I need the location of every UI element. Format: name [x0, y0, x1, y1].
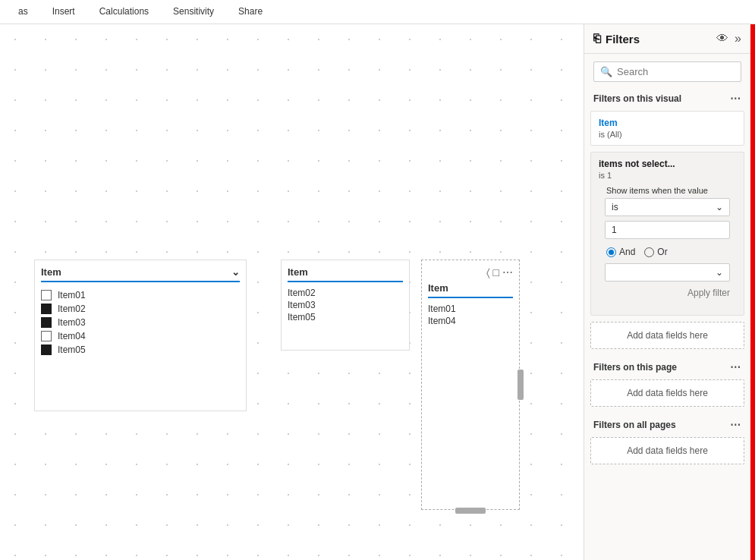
- add-fields-all-button[interactable]: Add data fields here: [590, 437, 744, 464]
- add-fields-visual-button[interactable]: Add data fields here: [590, 322, 744, 349]
- list-item[interactable]: Item05: [41, 343, 240, 357]
- filter-card-active[interactable]: items not select... is 1 Show items when…: [590, 152, 744, 316]
- radio-or-circle[interactable]: [644, 247, 654, 257]
- section-all-label: Filters on all pages ⋯: [584, 413, 750, 434]
- table-header: Item: [288, 266, 403, 282]
- radio-and-circle[interactable]: [606, 247, 616, 257]
- filters-header-icons: 👁 »: [716, 32, 741, 46]
- item03-checkbox[interactable]: [41, 317, 52, 328]
- resize-handle-bottom[interactable]: [455, 508, 486, 514]
- radio-group: And Or: [599, 244, 736, 263]
- list-item: Item01: [428, 303, 513, 315]
- focus-icon[interactable]: □: [493, 266, 499, 279]
- list-item: Item05: [288, 311, 403, 323]
- list-item: Item04: [428, 315, 513, 327]
- more-icon[interactable]: ⋯: [502, 266, 513, 279]
- section-page-label: Filters on this page ⋯: [584, 355, 750, 376]
- menu-bar: as Insert Calculations Sensitivity Share: [0, 0, 755, 24]
- section-all-menu[interactable]: ⋯: [730, 419, 741, 431]
- show-items-label: Show items when the value: [599, 180, 736, 198]
- radio-dot: [609, 250, 614, 255]
- expand-icon[interactable]: »: [735, 32, 741, 46]
- chevron-down-icon: ⌄: [716, 267, 723, 278]
- menu-item-calculations[interactable]: Calculations: [87, 0, 161, 24]
- menu-item-as[interactable]: as: [6, 0, 40, 24]
- filter-is-dropdown[interactable]: is ⌄: [605, 198, 730, 216]
- second-condition-dropdown[interactable]: ⌄: [605, 263, 730, 282]
- visual-toolbar: 〈 □ ⋯: [428, 266, 513, 279]
- search-icon: 🔍: [600, 66, 612, 77]
- filter-icon: ⎗: [593, 32, 601, 46]
- item01-checkbox[interactable]: [41, 290, 52, 300]
- section-visual-menu[interactable]: ⋯: [730, 93, 741, 105]
- table-visual-middle: Item Item02 Item03 Item05: [281, 260, 410, 351]
- list-item[interactable]: Item04: [41, 329, 240, 343]
- right-edge-strip: [750, 24, 755, 560]
- list-item[interactable]: Item02: [41, 302, 240, 316]
- search-input[interactable]: [617, 66, 735, 77]
- item05-checkbox[interactable]: [41, 344, 52, 355]
- search-box: 🔍: [593, 61, 741, 82]
- main-area: Item ⌄ Item01 Item02 Item03 Item04 It: [0, 24, 755, 560]
- item02-checkbox[interactable]: [41, 304, 52, 314]
- filter-value-field[interactable]: 1: [605, 221, 730, 239]
- menu-item-insert[interactable]: Insert: [40, 0, 87, 24]
- apply-filter-button[interactable]: Apply filter: [605, 285, 730, 301]
- slicer-left-header: Item ⌄: [41, 266, 240, 282]
- filter-icon[interactable]: 〈: [486, 266, 490, 279]
- visibility-icon[interactable]: 👁: [716, 32, 728, 46]
- filters-title: ⎗ Filters: [593, 32, 640, 46]
- list-item: Item03: [288, 299, 403, 311]
- filters-panel: ⎗ Filters 👁 » 🔍 Filters on this visual ⋯…: [584, 24, 750, 560]
- canvas-area: Item ⌄ Item01 Item02 Item03 Item04 It: [0, 24, 584, 560]
- slicer-visual-right: 〈 □ ⋯ Item Item01 Item04: [421, 260, 520, 510]
- chevron-down-icon: ⌄: [716, 202, 723, 212]
- radio-and[interactable]: And: [606, 247, 635, 257]
- menu-item-share[interactable]: Share: [226, 0, 275, 24]
- radio-or[interactable]: Or: [644, 247, 667, 257]
- slicer-chevron-icon[interactable]: ⌄: [231, 266, 240, 278]
- menu-item-sensitivity[interactable]: Sensitivity: [161, 0, 226, 24]
- slicer-visual-left: Item ⌄ Item01 Item02 Item03 Item04 It: [34, 260, 247, 411]
- list-item[interactable]: Item01: [41, 288, 240, 302]
- item04-checkbox[interactable]: [41, 331, 52, 341]
- list-item: Item02: [288, 287, 403, 299]
- resize-handle-right[interactable]: [517, 370, 524, 400]
- section-page-menu[interactable]: ⋯: [730, 361, 741, 373]
- filters-header: ⎗ Filters 👁 »: [584, 24, 750, 54]
- slicer-right-header: Item: [428, 282, 513, 298]
- filter-card-item[interactable]: Item is (All): [590, 111, 744, 146]
- list-item[interactable]: Item03: [41, 316, 240, 329]
- add-fields-page-button[interactable]: Add data fields here: [590, 379, 744, 407]
- section-visual-label: Filters on this visual ⋯: [584, 87, 750, 108]
